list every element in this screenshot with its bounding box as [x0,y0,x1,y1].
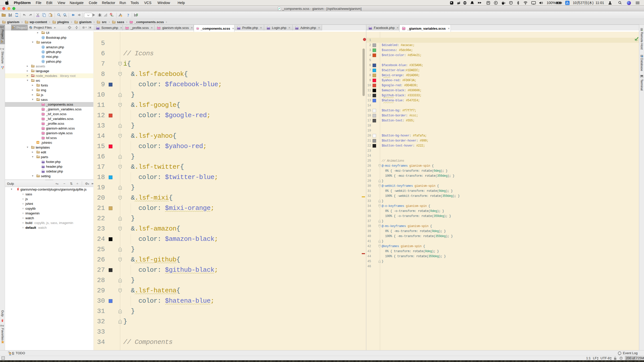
svg-text:php: php [267,28,270,29]
svg-text:SASS: SASS [42,133,45,134]
svg-text:php: php [296,28,298,29]
svg-text:SASS: SASS [126,27,129,29]
svg-text:SASS: SASS [157,27,160,29]
svg-text:php: php [42,166,45,168]
svg-text:?: ? [127,13,129,17]
svg-text:php: php [237,28,240,29]
svg-text:SASS: SASS [42,123,45,124]
svg-text:c: c [43,56,44,58]
svg-text:SASS: SASS [42,109,45,110]
svg-text:SASS: SASS [130,22,133,23]
svg-text:c: c [43,60,44,63]
svg-text:SASS: SASS [42,118,45,120]
svg-text:php: php [42,161,45,163]
svg-text:SASS: SASS [42,114,45,115]
svg-text:c: c [43,46,44,49]
svg-text:JS: JS [37,142,39,143]
svg-text:SASS: SASS [402,28,406,29]
svg-text:SASS: SASS [42,104,45,105]
svg-text:SASS: SASS [196,28,199,29]
svg-text:c: c [43,51,44,53]
svg-text:A: A [64,15,65,17]
svg-text:php: php [369,28,372,29]
svg-text:php: php [97,28,99,29]
svg-text:c: c [43,36,44,39]
svg-text:SASS: SASS [42,138,45,139]
svg-text:SASS: SASS [42,128,45,129]
svg-text:php: php [42,171,45,172]
